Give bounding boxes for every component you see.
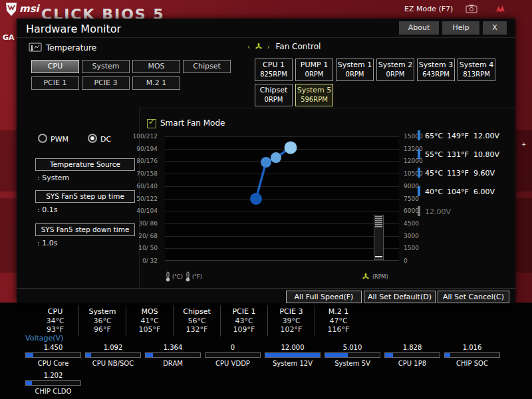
temperature-icon: [29, 43, 42, 52]
voltage-item-system-12v: 12.000 System 12V: [265, 343, 321, 368]
voltage-item-cpu-core: 1.450 CPU Core: [25, 343, 81, 368]
temp-tab-pcie1[interactable]: PCIE 1: [31, 76, 79, 90]
temp-cell-mos: MOS 41°C 105°F: [126, 305, 173, 336]
voltage-bar: [384, 352, 440, 358]
hardware-monitor-window: Hardware Monitor About Help X Temperatur…: [17, 19, 515, 303]
msi-logo-icon: [5, 2, 18, 17]
temp-cell-pcie1: PCIE 1 43°C 109°F: [220, 305, 267, 336]
fan-control-label: Fan Control: [275, 42, 321, 51]
voltage-bar: [25, 380, 81, 386]
fan-button-chipset[interactable]: Chipset 0RPM: [255, 84, 293, 106]
fan-button-cpu1[interactable]: CPU 1 825RPM: [255, 59, 293, 81]
dragon-icon[interactable]: [495, 3, 506, 15]
fan-curve: [165, 136, 399, 261]
level-bar-icon: [418, 149, 420, 159]
temp-cell-chipset: Chipset 56°C 132°F: [173, 305, 220, 336]
help-button[interactable]: Help: [442, 21, 479, 35]
fan-curve-point-2[interactable]: [261, 157, 271, 168]
fan-speed-slider[interactable]: [374, 215, 384, 260]
level-bar-icon: [418, 130, 420, 140]
voltage-row-1: 1.450 CPU Core 1.092 CPU NB/SOC 1.364 DR…: [25, 343, 504, 368]
step-up-time-button[interactable]: SYS Fan5 step up time: [35, 190, 135, 203]
dc-radio[interactable]: [88, 134, 97, 143]
fan-button-system1[interactable]: System 1 0RPM: [336, 59, 374, 81]
voltage-row-2: 1.202 CHIP CLDO: [25, 371, 85, 396]
dc-label: DC: [100, 135, 111, 144]
pwm-label: PWM: [51, 135, 68, 144]
action-divider: [17, 288, 515, 289]
voltage-item-cpu-nb-soc: 1.092 CPU NB/SOC: [85, 343, 141, 368]
step-up-time-value: : 0.1s: [37, 205, 57, 214]
voltage-section-label: Voltage(V): [25, 334, 63, 342]
check-icon: ✓: [148, 117, 155, 126]
voltage-item-dram: 1.364 DRAM: [145, 343, 201, 368]
voltage-item-cpu-vddp: 0 CPU VDDP: [205, 343, 261, 368]
fan-curve-point-3[interactable]: [271, 152, 281, 163]
temperature-status-table: CPU 34°C 93°F System 36°C 96°F MOS 41°C …: [32, 305, 362, 336]
about-button[interactable]: About: [399, 21, 439, 35]
slider-handle[interactable]: [375, 216, 382, 228]
mode-radio-group: PWM DC: [38, 134, 111, 144]
edge-decoration: [515, 198, 532, 273]
voltage-bar: [205, 352, 261, 358]
fan-point-values: 65°C149°F12.00V 55°C131°F10.80V 45°C113°…: [418, 130, 512, 225]
edge-decoration: [515, 130, 532, 192]
all-set-cancel-button[interactable]: All Set Cancel(C): [438, 291, 509, 303]
all-set-default-button[interactable]: All Set Default(D): [364, 291, 436, 303]
screen: msi CLICK BIOS 5 EZ Mode (F7) GA + CPU 3…: [0, 0, 532, 399]
temp-tab-chipset[interactable]: Chipset: [183, 60, 231, 73]
chevron-left-icon[interactable]: ‹: [247, 43, 250, 51]
bios-title: CLICK BIOS 5: [41, 6, 165, 19]
fan-point-row: 55°C131°F10.80V: [418, 149, 512, 161]
fan-point-row-disabled: 12.00V: [418, 206, 512, 218]
voltage-bar: [265, 352, 321, 358]
temp-tab-cpu[interactable]: CPU: [31, 60, 79, 73]
thermometer-fahrenheit-icon: [185, 271, 191, 282]
fan-curve-point-4[interactable]: [285, 142, 297, 154]
level-bar-icon: [418, 206, 420, 216]
temp-cell-system: System 36°C 96°F: [78, 305, 126, 336]
voltage-bar: [25, 352, 81, 358]
all-full-speed-button[interactable]: All Full Speed(F): [286, 291, 362, 303]
fan-curve-chart: [165, 136, 399, 261]
voltage-bar: [325, 352, 380, 358]
fahrenheit-unit-label: (°F): [192, 274, 202, 280]
temp-tab-pcie3[interactable]: PCIE 3: [82, 76, 130, 90]
level-bar-icon: [418, 186, 420, 196]
temperature-source-button[interactable]: Temperature Source: [35, 158, 135, 171]
slider-mark: [375, 256, 382, 257]
fan-icon: [254, 42, 263, 51]
level-bar-icon: [418, 168, 420, 178]
temperature-tabs: CPU System MOS Chipset PCIE 1 PCIE 3 M.2…: [31, 60, 239, 93]
smart-fan-checkbox[interactable]: ✓: [147, 119, 156, 128]
pwm-radio[interactable]: [38, 134, 47, 143]
temp-cell-pcie3: PCIE 3 39°C 102°F: [267, 305, 315, 336]
screenshot-icon[interactable]: [466, 4, 477, 13]
fan-curve-point-1[interactable]: [250, 193, 262, 205]
voltage-bar: [444, 352, 500, 358]
step-down-time-button[interactable]: SYS Fan5 step down time: [35, 223, 135, 236]
axis-legend: (°C) (°F) (RPM): [17, 271, 515, 283]
temp-cell-cpu: CPU 34°C 93°F: [32, 305, 78, 336]
step-down-time-value: : 1.0s: [37, 239, 57, 247]
temperature-source-value: : System: [37, 174, 69, 182]
close-button[interactable]: X: [483, 21, 507, 35]
fan-rpm-icon: [361, 272, 370, 281]
fan-button-system5[interactable]: System 5 596RPM: [295, 84, 333, 106]
temp-cell-m2-1: M.2 1 47°C 116°F: [315, 305, 362, 336]
temp-tab-system[interactable]: System: [82, 60, 130, 73]
fan-button-pump1[interactable]: PUMP 1 0RPM: [295, 59, 333, 81]
chevron-right-icon[interactable]: ›: [267, 43, 270, 51]
fan-button-system4[interactable]: System 4 813RPM: [458, 59, 495, 81]
top-bar: msi CLICK BIOS 5 EZ Mode (F7): [0, 0, 532, 19]
temp-tab-m2-1[interactable]: M.2 1: [132, 76, 180, 90]
temp-tab-mos[interactable]: MOS: [132, 60, 180, 73]
fan-button-system3[interactable]: System 3 643RPM: [417, 59, 455, 81]
voltage-bar: [85, 352, 141, 358]
edge-plus-icon: +: [521, 141, 527, 148]
voltage-item-system-5v: 5.010 System 5V: [325, 343, 380, 368]
fan-point-row: 40°C104°F6.00V: [418, 186, 512, 198]
fan-button-system2[interactable]: System 2 0RPM: [376, 59, 414, 81]
ez-mode-button[interactable]: EZ Mode (F7): [404, 5, 453, 13]
main-divider-horizontal: [139, 108, 515, 108]
